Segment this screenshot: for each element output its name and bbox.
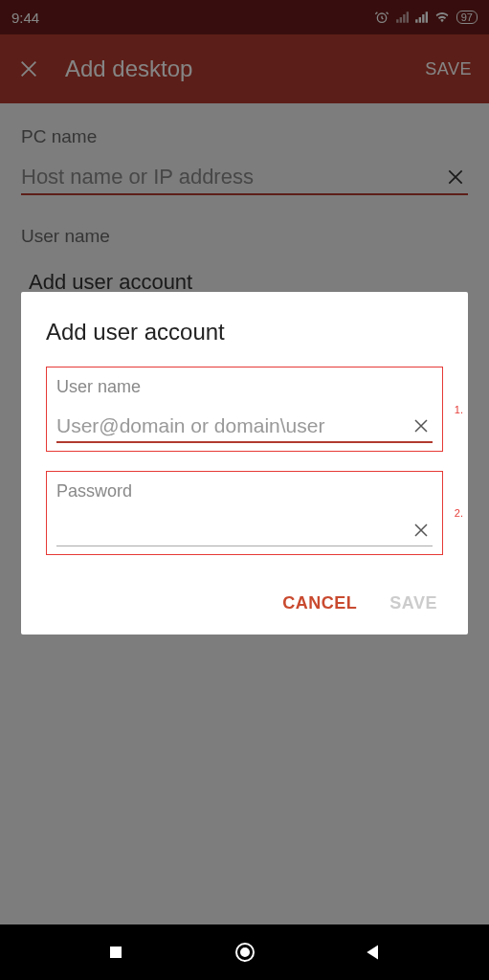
annotation-1: 1. [455, 404, 463, 415]
annotation-2: 2. [455, 507, 463, 519]
navigation-bar [0, 924, 489, 980]
dialog-username-input[interactable] [56, 414, 410, 437]
add-user-dialog: Add user account User name 1. Password 2… [21, 292, 468, 635]
cancel-button[interactable]: CANCEL [282, 593, 357, 613]
svg-rect-1 [110, 947, 122, 958]
dialog-title: Add user account [46, 319, 443, 345]
clear-icon[interactable] [410, 519, 433, 542]
recent-apps-button[interactable] [102, 939, 129, 966]
dialog-password-group: Password 2. [46, 471, 443, 555]
dialog-password-input[interactable] [56, 519, 410, 542]
svg-point-3 [241, 948, 249, 956]
back-button[interactable] [360, 939, 387, 966]
dialog-username-label: User name [56, 377, 433, 397]
dialog-actions: CANCEL SAVE [46, 574, 443, 613]
dialog-username-group: User name 1. [46, 367, 443, 452]
dialog-save-button[interactable]: SAVE [389, 593, 437, 613]
clear-icon[interactable] [410, 414, 433, 437]
home-button[interactable] [232, 939, 258, 966]
dialog-password-label: Password [56, 481, 433, 501]
